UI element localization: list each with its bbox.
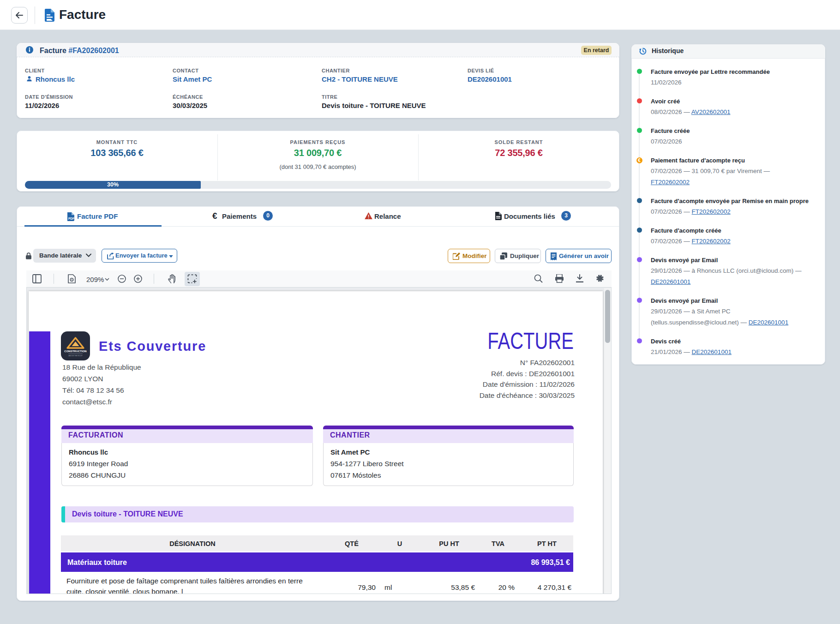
svg-text:PDF: PDF <box>68 217 74 220</box>
svg-text:CONSTRUCTION: CONSTRUCTION <box>64 350 86 353</box>
svg-text:ABOVE THE ROOF: ABOVE THE ROOF <box>68 355 82 357</box>
